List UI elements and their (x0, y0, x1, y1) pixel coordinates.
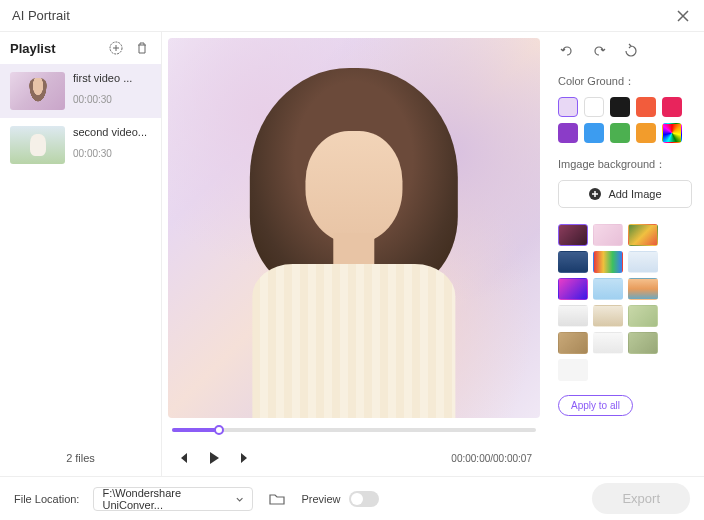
close-button[interactable] (674, 7, 692, 25)
preview-toggle[interactable] (349, 491, 379, 507)
video-duration: 00:00:30 (73, 148, 151, 159)
bg-thumbnail[interactable] (628, 224, 658, 246)
color-swatch[interactable] (584, 123, 604, 143)
color-swatch[interactable] (558, 123, 578, 143)
play-button[interactable] (206, 450, 222, 466)
add-circle-icon (108, 40, 124, 56)
preview-panel: 00:00:00/00:00:07 (162, 32, 546, 476)
bg-thumbnail[interactable] (628, 251, 658, 273)
bg-thumbnail[interactable] (628, 305, 658, 327)
video-thumbnail (10, 72, 65, 110)
bg-thumbnail[interactable] (593, 251, 623, 273)
chevron-down-icon (235, 494, 244, 504)
bg-thumbnail[interactable] (593, 224, 623, 246)
color-swatch[interactable] (558, 97, 578, 117)
bg-thumbnail[interactable] (558, 278, 588, 300)
video-duration: 00:00:30 (73, 94, 151, 105)
add-to-playlist-button[interactable] (107, 39, 125, 57)
undo-icon (559, 43, 575, 59)
folder-icon (269, 492, 285, 506)
reset-icon (623, 43, 639, 59)
file-location-label: File Location: (14, 493, 79, 505)
bg-thumbnail[interactable] (558, 332, 588, 354)
bg-thumbnail[interactable] (593, 278, 623, 300)
time-display: 00:00:00/00:00:07 (451, 453, 532, 464)
export-button[interactable]: Export (592, 483, 690, 514)
color-swatch[interactable] (636, 97, 656, 117)
video-preview (168, 38, 540, 418)
footer: File Location: F:\Wondershare UniConver.… (0, 476, 704, 520)
header: AI Portrait (0, 0, 704, 32)
apply-to-all-button[interactable]: Apply to all (558, 395, 633, 416)
color-swatch-grid (558, 97, 692, 143)
redo-icon (591, 43, 607, 59)
prev-frame-icon (176, 451, 190, 465)
next-frame-icon (238, 451, 252, 465)
delete-button[interactable] (133, 39, 151, 57)
image-bg-label: Imgage background： (558, 157, 692, 172)
prev-frame-button[interactable] (176, 451, 190, 465)
file-count: 2 files (0, 440, 161, 476)
add-image-label: Add Image (608, 188, 661, 200)
bg-thumbnail[interactable] (593, 332, 623, 354)
bg-thumbnail[interactable] (628, 278, 658, 300)
trash-icon (135, 41, 149, 55)
playlist-item[interactable]: first video ... 00:00:30 (0, 64, 161, 118)
settings-panel: Color Ground： Imgage background： Add Ima… (546, 32, 704, 476)
video-thumbnail (10, 126, 65, 164)
video-name: first video ... (73, 72, 151, 84)
color-ground-label: Color Ground： (558, 74, 692, 89)
next-frame-button[interactable] (238, 451, 252, 465)
bg-thumbnail[interactable] (558, 251, 588, 273)
add-image-button[interactable]: Add Image (558, 180, 692, 208)
bg-thumb-grid (558, 224, 692, 381)
playlist-item[interactable]: second video... 00:00:30 (0, 118, 161, 172)
play-icon (206, 450, 222, 466)
playlist-sidebar: Playlist first video ... 00:00:30 (0, 32, 162, 476)
file-location-value: F:\Wondershare UniConver... (102, 487, 235, 511)
color-swatch[interactable] (662, 123, 682, 143)
color-swatch[interactable] (610, 123, 630, 143)
open-folder-button[interactable] (267, 489, 287, 509)
bg-thumbnail[interactable] (593, 305, 623, 327)
app-title: AI Portrait (12, 8, 70, 23)
playlist-title: Playlist (10, 41, 56, 56)
color-swatch[interactable] (636, 123, 656, 143)
timeline-slider[interactable] (172, 428, 536, 432)
reset-button[interactable] (622, 42, 640, 60)
bg-thumbnail[interactable] (628, 332, 658, 354)
color-swatch[interactable] (584, 97, 604, 117)
color-swatch[interactable] (610, 97, 630, 117)
file-location-select[interactable]: F:\Wondershare UniConver... (93, 487, 253, 511)
bg-thumbnail[interactable] (558, 224, 588, 246)
color-swatch[interactable] (662, 97, 682, 117)
video-name: second video... (73, 126, 151, 138)
redo-button[interactable] (590, 42, 608, 60)
preview-label: Preview (301, 493, 340, 505)
plus-icon (588, 187, 602, 201)
bg-thumbnail[interactable] (558, 359, 588, 381)
undo-button[interactable] (558, 42, 576, 60)
close-icon (676, 9, 690, 23)
bg-thumbnail[interactable] (558, 305, 588, 327)
